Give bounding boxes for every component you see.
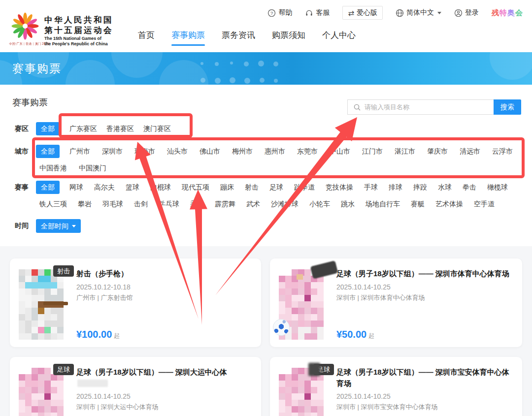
event-option[interactable]: 沙滩排球 [271, 197, 299, 211]
accessibility-mode-button[interactable]: ⇄ 爱心版 [342, 6, 383, 20]
nav-tab-purchase-notes[interactable]: 购票须知 [272, 30, 305, 46]
nav-tab-ticket-news[interactable]: 票务资讯 [222, 30, 255, 46]
event-filter-label: 赛事 [15, 181, 36, 194]
event-option[interactable]: 击剑 [134, 197, 148, 211]
help-button[interactable]: ? 帮助 [267, 8, 292, 17]
event-option[interactable]: 空手道 [474, 197, 495, 211]
event-option[interactable]: 网球 [69, 181, 83, 194]
city-option[interactable]: 中国澳门 [79, 161, 106, 175]
page: ? 帮助 客服 ⇄ 爱心版 简体中文 登录 残 [0, 0, 532, 416]
event-date: 2025.10.14-10.25 [336, 392, 515, 400]
event-card-football-baoan[interactable]: 足球 足球（男子18岁以下组）—— 深圳市宝安体育中心体育场 2025.10.1… [270, 357, 522, 416]
event-location: 深圳市 | 深圳大运中心体育场 [76, 403, 254, 412]
event-option[interactable]: 艺术体操 [435, 197, 463, 211]
event-option[interactable]: 跳水 [341, 197, 355, 211]
login-button[interactable]: 登录 [454, 8, 479, 17]
price-value: ¥100.00 [76, 329, 112, 340]
event-option[interactable]: 赛艇 [411, 197, 425, 211]
event-all-chip[interactable]: 全部 [36, 181, 60, 194]
event-option[interactable]: 柔道 [190, 197, 204, 211]
event-card-football-universiade[interactable]: 足球 足球（男子18岁以下组）—— 深圳大运中心体 2025.10.14-10.… [10, 357, 261, 416]
event-badge: 足球 [53, 364, 74, 375]
nav-tab-personal-center[interactable]: 个人中心 [322, 30, 356, 46]
para-games-char: 奥 [507, 8, 515, 18]
nav-tab-event-tickets[interactable]: 赛事购票 [171, 30, 205, 46]
city-option[interactable]: 惠州市 [265, 145, 285, 158]
zone-option[interactable]: 广东赛区 [69, 122, 97, 135]
swap-icon: ⇄ [348, 9, 354, 17]
event-option[interactable]: 篮球 [126, 181, 139, 194]
nav-tab-home[interactable]: 首页 [138, 30, 155, 46]
event-price: ¥50.00 起 [336, 329, 374, 340]
event-option[interactable]: 曲棍球 [150, 181, 171, 194]
event-option[interactable]: 射击 [245, 181, 259, 194]
event-option[interactable]: 橄榄球 [487, 181, 508, 194]
city-option[interactable]: 云浮市 [492, 145, 513, 158]
time-filter-label: 时间 [15, 219, 36, 232]
zone-option[interactable]: 香港赛区 [106, 122, 134, 135]
event-option[interactable]: 拳击 [463, 181, 476, 194]
para-games-link[interactable]: 残 特 奥 会 [492, 8, 523, 18]
event-option[interactable]: 乒乓球 [159, 197, 179, 211]
city-all-chip[interactable]: 全部 [36, 145, 60, 158]
event-option[interactable]: 霹雳舞 [215, 197, 235, 211]
zone-all-chip[interactable]: 全部 [36, 122, 60, 135]
city-option[interactable]: 肇庆市 [427, 145, 448, 158]
redaction-blur [77, 380, 108, 387]
event-option[interactable]: 手球 [364, 181, 378, 194]
brand-line-en-1: The 15th National Games of [44, 36, 113, 41]
time-all-dropdown[interactable]: 全部时间 [36, 219, 81, 233]
event-option[interactable]: 蹦床 [220, 181, 234, 194]
event-option[interactable]: 现代五项 [182, 181, 209, 194]
svg-text:?: ? [270, 10, 273, 15]
customer-service-button[interactable]: 客服 [305, 8, 330, 17]
event-option[interactable]: 武术 [246, 197, 260, 211]
event-option[interactable]: 羽毛球 [102, 197, 123, 211]
event-option[interactable]: 足球 [269, 181, 283, 194]
city-option[interactable]: 清远市 [460, 145, 480, 158]
event-card-football-center[interactable]: 足球（男子18岁以下组）—— 深圳市体育中心体育场 2025.10.14-10.… [270, 258, 522, 347]
language-label: 简体中文 [406, 8, 434, 17]
event-option[interactable]: 排球 [389, 181, 402, 194]
para-games-char: 会 [515, 8, 523, 18]
accessibility-label: 爱心版 [357, 8, 377, 17]
search-button[interactable]: 搜索 [494, 99, 521, 115]
event-location: 深圳市 | 深圳市体育中心体育场 [336, 293, 515, 302]
city-option[interactable]: 深圳市 [102, 145, 123, 158]
price-suffix: 起 [368, 332, 374, 340]
event-badge: 射击 [53, 265, 74, 277]
event-filter-row: 赛事 全部 网球高尔夫篮球曲棍球现代五项蹦床射击足球跆拳道竞技体操手球排球摔跤水… [15, 181, 523, 211]
event-option[interactable]: 竞技体操 [326, 181, 353, 194]
zone-option[interactable]: 澳门赛区 [143, 122, 171, 135]
city-option[interactable]: 江门市 [362, 145, 383, 158]
filter-section: 赛事购票 搜索 赛区 全部 广东赛区香港赛区澳门赛区 城市 全部 [0, 85, 532, 246]
event-option[interactable]: 摔跤 [413, 181, 427, 194]
city-option[interactable]: 湛江市 [395, 145, 415, 158]
city-option[interactable]: 广州市 [69, 145, 90, 158]
event-option[interactable]: 水球 [438, 181, 452, 194]
city-option[interactable]: 梅州市 [232, 145, 253, 158]
event-option[interactable]: 跆拳道 [294, 181, 315, 194]
event-option[interactable]: 攀岩 [78, 197, 92, 211]
customer-service-label: 客服 [316, 8, 330, 17]
search-bar: 搜索 [347, 99, 521, 115]
brand-line-cn-2: 第十五届运动会 [44, 25, 113, 35]
city-option[interactable]: 东莞市 [297, 145, 318, 158]
city-option[interactable]: 珠海市 [134, 145, 155, 158]
redaction-blur [308, 363, 320, 376]
event-option[interactable]: 小轮车 [309, 197, 330, 211]
search-input[interactable] [347, 99, 494, 115]
event-option[interactable]: 场地自行车 [366, 197, 400, 211]
city-option[interactable]: 中国香港 [39, 161, 67, 175]
event-card-shooting[interactable]: 射击 射击（步手枪） 2025.10.12-10.18 广州市 | 广东射击馆 … [10, 258, 261, 347]
city-option[interactable]: 佛山市 [200, 145, 220, 158]
language-select[interactable]: 简体中文 [396, 8, 441, 17]
headset-icon [305, 9, 313, 17]
city-option[interactable]: 汕头市 [167, 145, 188, 158]
event-option[interactable]: 高尔夫 [94, 181, 115, 194]
globe-icon [396, 9, 404, 17]
event-option[interactable]: 铁人三项 [39, 197, 67, 211]
city-option[interactable]: 中山市 [330, 145, 350, 158]
redacted-badge [310, 260, 338, 279]
help-label: 帮助 [278, 8, 292, 17]
